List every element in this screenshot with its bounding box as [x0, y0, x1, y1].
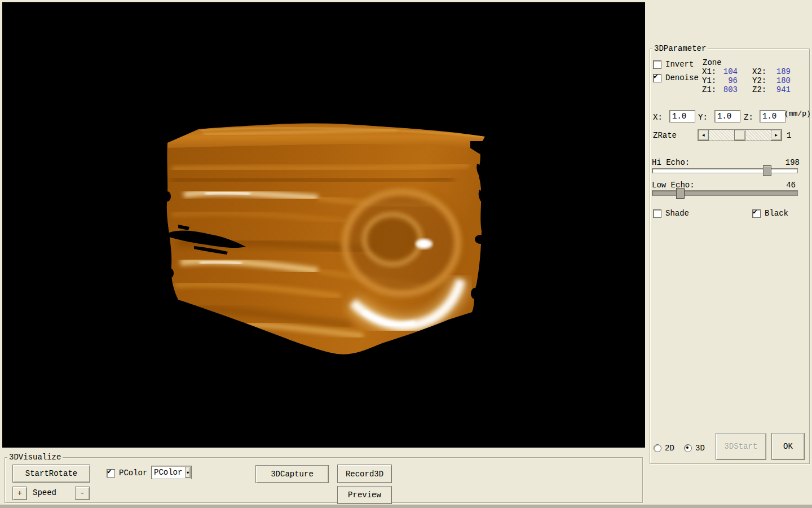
zone-x1-value: 104: [718, 67, 738, 76]
hi-echo-slider-track[interactable]: [652, 168, 798, 173]
low-echo-slider-track[interactable]: [652, 190, 798, 196]
invert-checkbox[interactable]: Invert: [653, 60, 694, 69]
zrate-value: 1: [787, 131, 791, 140]
record3d-button[interactable]: Record3D: [337, 465, 392, 483]
zone-x1-label: X1:: [702, 67, 716, 76]
mode-2d-radio-circle[interactable]: [654, 444, 661, 452]
scale-y-input[interactable]: 1.0: [714, 110, 740, 122]
low-echo-value: 46: [773, 181, 796, 190]
speed-label: Speed: [33, 488, 56, 497]
visualize-panel: 3DVisualize StartRotate + Speed - ✔ PCol…: [0, 448, 645, 508]
visualize-group-title: 3DVisualize: [7, 453, 63, 462]
zone-y1-value: 96: [718, 76, 738, 85]
black-checkbox-label: Black: [765, 209, 788, 218]
black-checkbox[interactable]: ✔ Black: [752, 209, 788, 218]
zone-z1-value: 803: [718, 85, 738, 94]
hi-echo-value: 198: [777, 158, 800, 167]
hi-echo-slider-thumb[interactable]: [763, 165, 771, 176]
3dstart-button[interactable]: 3DStart: [716, 433, 766, 460]
zone-z2-value: 941: [771, 85, 791, 94]
denoise-checkbox[interactable]: ✔ Denoise: [653, 73, 699, 82]
parameter-groupbox: 3DParameter Invert ✔ Denoise Zone X1: 10…: [650, 49, 810, 464]
zone-z1-label: Z1:: [702, 85, 716, 94]
volume-render: [2, 2, 645, 448]
zrate-scroll-thumb[interactable]: [734, 130, 745, 141]
zrate-scroll-right-icon[interactable]: ►: [771, 130, 782, 141]
pcolor-dropdown[interactable]: PColor ▼: [151, 466, 192, 479]
pcolor-dropdown-value: PColor: [152, 467, 184, 478]
window-bottom-edge: [0, 505, 812, 508]
denoise-checkbox-box[interactable]: ✔: [653, 74, 661, 82]
hi-echo-label: Hi Echo:: [652, 158, 690, 167]
mode-2d-radio-label: 2D: [665, 444, 674, 453]
zone-z2-label: Z2:: [752, 85, 766, 94]
render-viewport[interactable]: [2, 2, 645, 448]
zone-y2-label: Y2:: [752, 76, 766, 85]
speed-minus-button[interactable]: -: [75, 487, 90, 500]
zrate-scrollbar[interactable]: ◄ ►: [698, 129, 782, 141]
radio-dot-icon: [686, 446, 689, 449]
zone-y1-label: Y1:: [702, 76, 716, 85]
dropdown-arrow-icon[interactable]: ▼: [185, 467, 191, 478]
low-echo-label: Low Echo:: [652, 181, 695, 190]
start-rotate-button[interactable]: StartRotate: [12, 465, 90, 483]
shade-checkbox-box[interactable]: [653, 209, 661, 218]
visualize-groupbox: 3DVisualize StartRotate + Speed - ✔ PCol…: [5, 457, 643, 503]
3dcapture-button[interactable]: 3DCapture: [255, 465, 329, 483]
scale-z-input[interactable]: 1.0: [760, 110, 785, 122]
zrate-scroll-left-icon[interactable]: ◄: [698, 130, 709, 141]
shade-checkbox-label: Shade: [665, 209, 689, 218]
app-window: 3DParameter Invert ✔ Denoise Zone X1: 10…: [0, 0, 812, 508]
zone-x2-value: 189: [771, 67, 791, 76]
mode-2d-radio[interactable]: 2D: [654, 444, 674, 453]
invert-checkbox-label: Invert: [665, 60, 694, 69]
denoise-checkbox-label: Denoise: [665, 73, 699, 82]
speed-plus-button[interactable]: +: [12, 487, 27, 500]
pcolor-checkbox[interactable]: ✔ PColor: [107, 468, 147, 478]
scale-x-label: X:: [653, 113, 663, 122]
scale-y-label: Y:: [698, 113, 708, 122]
scale-unit-label: (mm/p): [784, 110, 811, 119]
parameter-group-title: 3DParameter: [652, 44, 708, 53]
zone-title: Zone: [703, 58, 722, 67]
checkmark-icon: ✔: [753, 208, 757, 216]
preview-button[interactable]: Preview: [337, 486, 392, 504]
mode-3d-radio[interactable]: 3D: [684, 444, 705, 453]
low-echo-slider-thumb[interactable]: [676, 188, 685, 199]
shade-checkbox[interactable]: Shade: [653, 209, 689, 218]
zone-y2-value: 180: [771, 76, 791, 85]
zone-x2-label: X2:: [752, 67, 766, 76]
pcolor-checkbox-box[interactable]: ✔: [107, 469, 115, 478]
pcolor-checkbox-label: PColor: [119, 468, 147, 478]
scale-z-label: Z:: [744, 113, 753, 122]
invert-checkbox-box[interactable]: [653, 60, 661, 69]
mode-3d-radio-label: 3D: [695, 444, 705, 453]
black-checkbox-box[interactable]: ✔: [752, 209, 761, 218]
checkmark-icon: ✔: [654, 73, 658, 80]
checkmark-icon: ✔: [107, 468, 112, 475]
parameter-panel: 3DParameter Invert ✔ Denoise Zone X1: 10…: [645, 0, 812, 508]
scale-x-input[interactable]: 1.0: [669, 110, 695, 122]
mode-3d-radio-circle[interactable]: [684, 444, 692, 452]
zrate-label: ZRate: [653, 131, 677, 140]
ok-button[interactable]: OK: [771, 433, 805, 460]
